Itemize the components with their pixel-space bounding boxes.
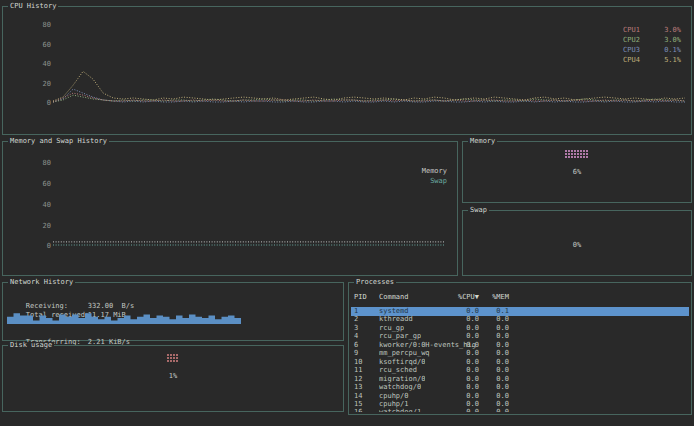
disk-gauge-dots-icon: [167, 354, 179, 363]
memory-swap-history-panel: Memory and Swap History 80 60 40 20 0 Me…: [2, 141, 458, 276]
swap-legend-label: Swap: [422, 176, 447, 186]
memory-gauge-title: Memory: [468, 138, 497, 145]
process-mem: 0.0: [481, 408, 509, 412]
disk-gauge-value: 1%: [3, 372, 343, 380]
cpu1-value: 3.0%: [664, 25, 681, 35]
cpu3-label: CPU3: [623, 45, 640, 55]
cpu1-label: CPU1: [623, 25, 640, 35]
disk-usage-title: Disk usage: [8, 342, 54, 349]
process-command: watchdog/1: [379, 408, 421, 412]
memory-gauge-dots-icon: [565, 150, 589, 159]
column-header-pid[interactable]: PID: [354, 293, 367, 301]
memory-swap-legend: Memory Swap: [422, 166, 447, 186]
column-header-command[interactable]: Command: [379, 293, 409, 301]
column-header-cpu-sort[interactable]: %CPU▼: [449, 293, 479, 301]
processes-header-row: PID Command %CPU▼ %MEM: [349, 293, 691, 302]
process-row[interactable]: 16watchdog/10.00.0: [351, 408, 689, 412]
swap-gauge-value: 0%: [463, 241, 691, 249]
cpu-history-chart: [3, 7, 691, 134]
cpu1-legend-row: CPU1 3.0%: [623, 25, 681, 35]
memory-gauge-panel: Memory 6%: [462, 141, 692, 203]
cpu-history-panel: CPU History 80 60 40 20 0 CPU1 3.0% CPU2…: [2, 6, 692, 135]
cpu4-legend-row: CPU4 5.1%: [623, 55, 681, 65]
cpu4-value: 5.1%: [664, 55, 681, 65]
memory-gauge-value: 6%: [463, 168, 691, 176]
cpu2-value: 3.0%: [664, 35, 681, 45]
disk-usage-panel: Disk usage 1%: [2, 345, 344, 412]
network-receiving-sparkline: [3, 283, 343, 327]
process-cpu: 0.0: [449, 408, 479, 412]
swap-gauge-title: Swap: [468, 207, 489, 214]
memory-legend-label: Memory: [422, 166, 447, 176]
network-history-panel: Network History Receiving:332.00 B/s Tot…: [2, 282, 344, 341]
processes-title: Processes: [354, 279, 396, 286]
cpu3-legend-row: CPU3 0.1%: [623, 45, 681, 55]
processes-list: 1systemd0.00.12kthreadd0.00.03rcu_gp0.00…: [351, 307, 689, 412]
cpu2-label: CPU2: [623, 35, 640, 45]
processes-panel: Processes PID Command %CPU▼ %MEM 1system…: [348, 282, 692, 415]
swap-gauge-panel: Swap 0%: [462, 210, 692, 276]
process-pid: 16: [354, 408, 362, 412]
memory-swap-history-chart: [3, 142, 457, 275]
cpu3-value: 0.1%: [664, 45, 681, 55]
cpu4-label: CPU4: [623, 55, 640, 65]
cpu-legend: CPU1 3.0% CPU2 3.0% CPU3 0.1% CPU4 5.1%: [623, 25, 681, 65]
column-header-mem[interactable]: %MEM: [481, 293, 509, 301]
cpu2-legend-row: CPU2 3.0%: [623, 35, 681, 45]
